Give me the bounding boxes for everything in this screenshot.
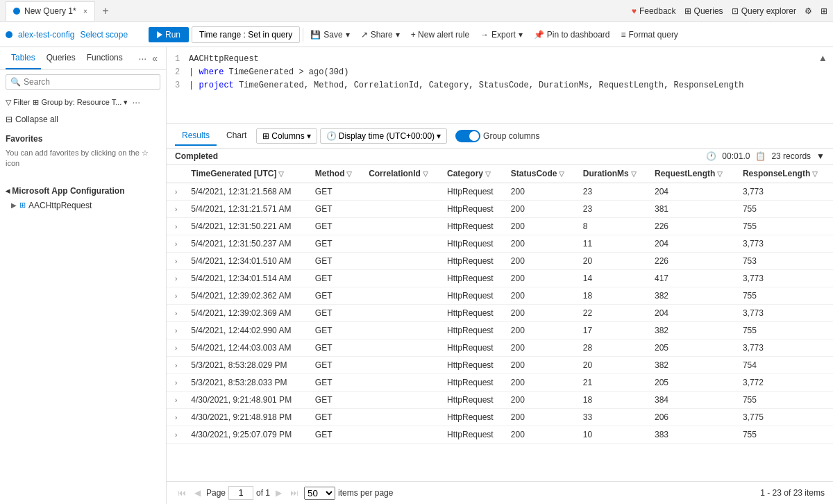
- feedback-button[interactable]: ♥ Feedback: [632, 6, 676, 16]
- table-cell: 755: [737, 426, 833, 444]
- group-icon: ⊞: [33, 98, 39, 107]
- editor-collapse-button[interactable]: ▲: [818, 53, 827, 63]
- table-cell: 382: [649, 287, 737, 305]
- filter-icon-statuscode[interactable]: ▽: [559, 170, 564, 178]
- col-header-method: Method▽: [310, 165, 363, 183]
- prev-page-button[interactable]: ◀: [192, 487, 203, 499]
- tree-item-aachttprequest[interactable]: ▶ ⊞ AACHttpRequest: [6, 199, 160, 212]
- account-dot: [6, 31, 12, 38]
- table-cell: [363, 374, 441, 392]
- top-right-toolbar: ♥ Feedback ⊞ Queries ⊡ Query explorer ⚙ …: [632, 6, 827, 16]
- results-tab-results[interactable]: Results: [175, 126, 217, 146]
- table-row: ›5/4/2021, 12:34:01.514 AMGETHttpRequest…: [167, 270, 833, 287]
- sidebar-tab-tables[interactable]: Tables: [6, 47, 41, 69]
- run-button[interactable]: Run: [149, 27, 189, 42]
- filter-icon-method[interactable]: ▽: [346, 170, 352, 178]
- group-by-button[interactable]: ⊞ Group by: Resource T... ▾: [33, 98, 128, 107]
- table-cell: [363, 235, 441, 253]
- table-cell: 5/4/2021, 12:39:02.369 AM: [185, 305, 309, 322]
- results-tab-chart[interactable]: Chart: [219, 126, 253, 146]
- group-chevron: ▾: [124, 98, 128, 107]
- save-button[interactable]: 💾 Save ▾: [306, 27, 353, 42]
- filter-icon-correlationid[interactable]: ▽: [423, 170, 428, 178]
- share-button[interactable]: ↗ Share ▾: [357, 27, 404, 42]
- results-table-wrapper[interactable]: TimeGenerated [UTC]▽ Method▽ Correlation…: [167, 165, 833, 481]
- editor-line-3: 3 | project TimeGenerated, Method, Corre…: [167, 79, 833, 92]
- row-expand-button[interactable]: ›: [172, 431, 180, 439]
- filter-icon-requestlength[interactable]: ▽: [717, 170, 723, 178]
- table-cell: 754: [737, 357, 833, 374]
- row-expand-button[interactable]: ›: [172, 310, 180, 317]
- table-cell: HttpRequest: [441, 183, 505, 201]
- row-expand-button[interactable]: ›: [172, 362, 180, 369]
- table-row: ›4/30/2021, 9:25:07.079 PMGETHttpRequest…: [167, 426, 833, 444]
- row-expand-button[interactable]: ›: [172, 344, 180, 352]
- time-range-button[interactable]: Time range : Set in query: [192, 26, 300, 43]
- row-expand-button[interactable]: ›: [172, 240, 180, 248]
- table-cell: 8: [578, 218, 649, 235]
- sidebar-collapse-button[interactable]: «: [149, 47, 160, 69]
- filter-button[interactable]: ▽ Filter: [6, 98, 30, 107]
- settings-button[interactable]: ⚙: [805, 6, 812, 16]
- expand-results-icon[interactable]: ▼: [816, 151, 825, 161]
- account-name[interactable]: alex-test-config: [18, 30, 74, 40]
- page-input[interactable]: [228, 486, 253, 500]
- row-expand-button[interactable]: ›: [172, 379, 180, 387]
- format-query-button[interactable]: ≡ Format query: [617, 27, 682, 42]
- table-cell: GET: [310, 322, 363, 339]
- table-cell: GET: [310, 218, 363, 235]
- query-explorer-button[interactable]: ⊡ Query explorer: [732, 6, 796, 16]
- last-page-button[interactable]: ⏭: [287, 487, 301, 499]
- display-time-button[interactable]: 🕐 Display time (UTC+00:00) ▾: [320, 128, 447, 144]
- query-editor[interactable]: 1 AACHttpRequest 2 | where TimeGenerated…: [167, 47, 833, 124]
- pin-label: Pin to dashboard: [547, 30, 610, 40]
- table-cell: 755: [737, 322, 833, 339]
- row-expand-button[interactable]: ›: [172, 396, 180, 404]
- filter-icon-category[interactable]: ▽: [485, 170, 491, 178]
- export-button[interactable]: → Export ▾: [476, 27, 527, 42]
- sidebar-tab-queries[interactable]: Queries: [41, 47, 81, 69]
- table-cell: GET: [310, 305, 363, 322]
- table-cell: 17: [578, 322, 649, 339]
- row-expand-button[interactable]: ›: [172, 414, 180, 421]
- row-expand-button[interactable]: ›: [172, 205, 180, 213]
- filter-icon-durationms[interactable]: ▽: [631, 170, 637, 178]
- queries-button[interactable]: ⊞ Queries: [684, 6, 723, 16]
- sidebar-tab-list: Tables Queries Functions ··· «: [0, 47, 166, 70]
- collapse-all-button[interactable]: ⊟ Collapse all: [0, 110, 166, 128]
- query-tab[interactable]: New Query 1* ×: [6, 1, 95, 21]
- next-page-button[interactable]: ▶: [273, 487, 285, 499]
- search-input[interactable]: [24, 77, 155, 87]
- select-scope-button[interactable]: Select scope: [80, 30, 128, 40]
- tab-dot: [13, 8, 20, 15]
- columns-button[interactable]: ⊞ Columns ▾: [256, 128, 317, 144]
- layout-button[interactable]: ⊞: [821, 6, 827, 16]
- new-alert-button[interactable]: + New alert rule: [407, 27, 473, 42]
- sidebar-more-button[interactable]: ···: [132, 96, 140, 108]
- main-toolbar: alex-test-config Select scope Run Time r…: [0, 22, 833, 47]
- first-page-button[interactable]: ⏮: [175, 487, 189, 499]
- table-cell: 383: [649, 426, 737, 444]
- items-per-page-select[interactable]: 50 100 200: [304, 487, 335, 500]
- col-header-durationms: DurationMs▽: [578, 165, 649, 183]
- sidebar-tabs-more-button[interactable]: ···: [136, 47, 150, 69]
- section-group-title[interactable]: ◂ Microsoft App Configuration: [6, 186, 160, 196]
- play-icon: [157, 31, 162, 38]
- export-chevron: ▾: [519, 30, 523, 40]
- pin-button[interactable]: 📌 Pin to dashboard: [530, 27, 614, 42]
- row-expand-button[interactable]: ›: [172, 327, 180, 335]
- row-expand-button[interactable]: ›: [172, 275, 180, 283]
- table-cell: 755: [737, 201, 833, 218]
- row-expand-button[interactable]: ›: [172, 223, 180, 230]
- row-expand-button[interactable]: ›: [172, 258, 180, 265]
- tab-close-button[interactable]: ×: [83, 7, 87, 15]
- row-expand-button[interactable]: ›: [172, 188, 180, 196]
- new-tab-button[interactable]: +: [98, 5, 112, 17]
- table-cell: 5/3/2021, 8:53:28.033 PM: [185, 374, 309, 392]
- table-cell: 200: [505, 409, 578, 426]
- filter-icon-responselength[interactable]: ▽: [812, 170, 818, 178]
- row-expand-button[interactable]: ›: [172, 292, 180, 300]
- filter-icon-timegen[interactable]: ▽: [278, 170, 284, 178]
- group-columns-toggle-switch[interactable]: [455, 130, 480, 142]
- sidebar-tab-functions[interactable]: Functions: [81, 47, 128, 69]
